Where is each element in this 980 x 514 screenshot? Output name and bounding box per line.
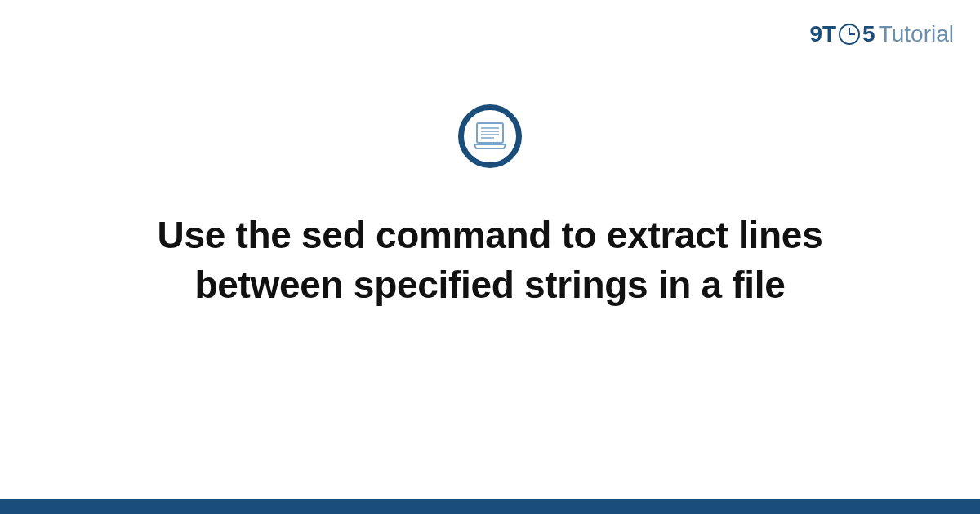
article-icon-circle <box>458 104 522 168</box>
logo-text-tutorial: Tutorial <box>879 21 954 47</box>
main-content: Use the sed command to extract lines bet… <box>0 104 980 309</box>
clock-icon <box>839 24 860 45</box>
logo-text-9t: 9T <box>809 21 836 47</box>
svg-rect-0 <box>477 123 503 143</box>
laptop-icon <box>473 122 507 151</box>
logo-text-5: 5 <box>862 21 875 47</box>
site-logo: 9T 5 Tutorial <box>809 21 954 47</box>
article-title: Use the sed command to extract lines bet… <box>114 210 866 309</box>
footer-accent-bar <box>0 499 980 514</box>
